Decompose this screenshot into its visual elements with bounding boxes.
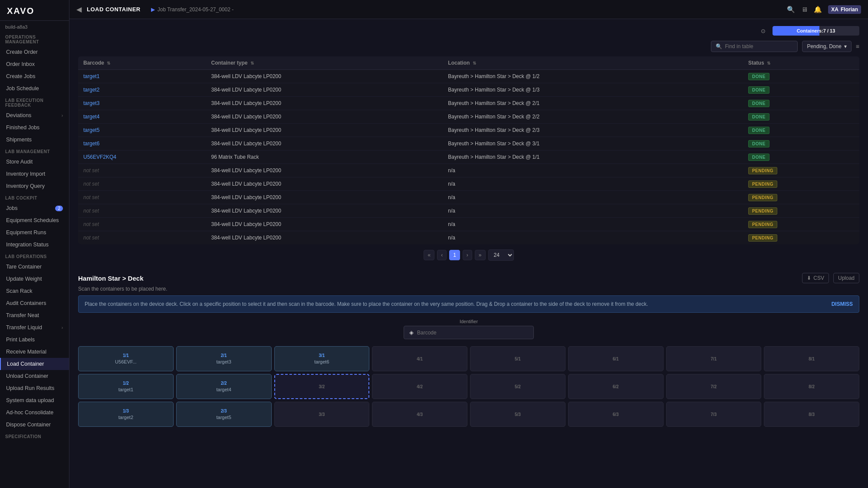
sort-status-icon[interactable]: ⇅ xyxy=(767,61,770,66)
deck-cell[interactable]: 7/2 xyxy=(666,374,762,399)
page-first-button[interactable]: « xyxy=(424,250,434,260)
deck-cell[interactable]: 5/1 xyxy=(470,346,566,371)
search-input[interactable] xyxy=(725,43,793,49)
deck-cell[interactable]: 1/2 target1 xyxy=(78,374,174,399)
sidebar-item-create-order[interactable]: Create Order xyxy=(0,46,69,58)
identifier-input[interactable] xyxy=(417,330,528,336)
sidebar-item-integration-status[interactable]: Integration Status xyxy=(0,239,69,251)
table-row[interactable]: not set 384-well LDV Labcyte LP0200 n/a … xyxy=(78,177,859,191)
barcode-link[interactable]: target3 xyxy=(83,100,99,106)
sidebar-item-job-schedule[interactable]: Job Schedule xyxy=(0,82,69,95)
sidebar-item-scan-rack[interactable]: Scan Rack xyxy=(0,285,69,297)
upload-button[interactable]: Upload xyxy=(833,273,859,283)
csv-button[interactable]: ⬇ CSV xyxy=(802,273,829,283)
deck-cell[interactable]: 3/1 target6 xyxy=(274,346,370,371)
sidebar-item-deviations[interactable]: Deviations› xyxy=(0,109,69,121)
table-row[interactable]: target3 384-well LDV Labcyte LP0200 Bayr… xyxy=(78,97,859,110)
collapse-icon[interactable]: ⊙ xyxy=(761,28,766,34)
page-size-select[interactable]: 24 50 100 xyxy=(488,249,514,261)
sidebar-item-inventory-query[interactable]: Inventory Query xyxy=(0,180,69,192)
sidebar-item-unload-container[interactable]: Unload Container xyxy=(0,370,69,382)
sidebar-item-load-container[interactable]: Load Container xyxy=(0,358,69,370)
back-button[interactable]: ◀ xyxy=(76,5,82,13)
table-row[interactable]: target6 384-well LDV Labcyte LP0200 Bayr… xyxy=(78,137,859,151)
user-avatar[interactable]: XA Florian xyxy=(828,5,861,14)
deck-cell[interactable]: 8/2 xyxy=(764,374,859,399)
sort-barcode-icon[interactable]: ⇅ xyxy=(107,61,110,66)
deck-cell[interactable]: 1/3 target2 xyxy=(78,402,174,427)
cell-barcode[interactable]: U56EVF2KQ4 xyxy=(78,151,206,164)
search-icon[interactable]: 🔍 xyxy=(787,6,795,13)
sidebar-item-system-data-upload[interactable]: System data upload xyxy=(0,394,69,406)
sidebar-item-upload-run-results[interactable]: Upload Run Results xyxy=(0,382,69,394)
deck-cell[interactable]: 2/3 target5 xyxy=(176,402,272,427)
bell-icon[interactable]: 🔔 xyxy=(814,6,822,13)
cell-barcode[interactable]: target1 xyxy=(78,70,206,83)
sidebar-item-store-audit[interactable]: Store Audit xyxy=(0,156,69,168)
status-filter-dropdown[interactable]: Pending, Done ▾ xyxy=(802,41,851,52)
sidebar-item-equipment-runs[interactable]: Equipment Runs xyxy=(0,226,69,239)
deck-cell[interactable]: 4/1 xyxy=(372,346,467,371)
table-row[interactable]: target1 384-well LDV Labcyte LP0200 Bayr… xyxy=(78,70,859,83)
sort-location-icon[interactable]: ⇅ xyxy=(473,61,476,66)
sidebar-item-order-inbox[interactable]: Order Inbox xyxy=(0,58,69,70)
sidebar-item-shipments[interactable]: Shipments xyxy=(0,134,69,146)
search-box[interactable]: 🔍 xyxy=(711,41,798,52)
sidebar-item-tare-container[interactable]: Tare Container xyxy=(0,261,69,273)
sidebar-item-finished-jobs[interactable]: Finished Jobs xyxy=(0,121,69,134)
deck-cell[interactable]: 5/2 xyxy=(470,374,566,399)
table-row[interactable]: not set 384-well LDV Labcyte LP0200 n/a … xyxy=(78,218,859,231)
deck-cell[interactable]: 7/3 xyxy=(666,402,762,427)
deck-cell[interactable]: 6/2 xyxy=(568,374,664,399)
sidebar-item-inventory-import[interactable]: Inventory Import xyxy=(0,168,69,180)
deck-cell[interactable]: 4/2 xyxy=(372,374,467,399)
deck-cell[interactable]: 3/2 xyxy=(274,374,370,399)
cell-barcode[interactable]: target5 xyxy=(78,124,206,137)
table-row[interactable]: target2 384-well LDV Labcyte LP0200 Bayr… xyxy=(78,83,859,97)
deck-cell[interactable]: 8/3 xyxy=(764,402,859,427)
cell-barcode[interactable]: target3 xyxy=(78,97,206,110)
deck-cell[interactable]: 7/1 xyxy=(666,346,762,371)
table-row[interactable]: not set 384-well LDV Labcyte LP0200 n/a … xyxy=(78,191,859,204)
table-row[interactable]: not set 384-well LDV Labcyte LP0200 n/a … xyxy=(78,164,859,177)
sort-container-icon[interactable]: ⇅ xyxy=(250,61,254,66)
sidebar-item-jobs[interactable]: Jobs2 xyxy=(0,202,69,214)
deck-cell[interactable]: 5/3 xyxy=(470,402,566,427)
deck-cell[interactable]: 8/1 xyxy=(764,346,859,371)
barcode-link[interactable]: U56EVF2KQ4 xyxy=(83,154,116,160)
page-1-button[interactable]: 1 xyxy=(449,250,460,260)
cell-barcode[interactable]: target2 xyxy=(78,83,206,97)
table-row[interactable]: not set 384-well LDV Labcyte LP0200 n/a … xyxy=(78,231,859,245)
dismiss-button[interactable]: DISMISS xyxy=(832,300,853,308)
sidebar-item-adhoc-consolidate[interactable]: Ad-hoc Consolidate xyxy=(0,406,69,419)
barcode-link[interactable]: target5 xyxy=(83,127,99,133)
job-label[interactable]: Job Transfer_2024-05-27_0002 - xyxy=(158,7,233,13)
table-row[interactable]: target4 384-well LDV Labcyte LP0200 Bayr… xyxy=(78,110,859,124)
table-row[interactable]: not set 384-well LDV Labcyte LP0200 n/a … xyxy=(78,204,859,218)
sidebar-item-create-jobs[interactable]: Create Jobs xyxy=(0,70,69,82)
monitor-icon[interactable]: 🖥 xyxy=(801,6,808,13)
cell-barcode[interactable]: target6 xyxy=(78,137,206,151)
sidebar-item-update-weight[interactable]: Update Weight xyxy=(0,273,69,285)
sidebar-item-transfer-neat[interactable]: Transfer Neat xyxy=(0,309,69,321)
barcode-link[interactable]: target1 xyxy=(83,73,99,79)
table-menu-icon[interactable]: ≡ xyxy=(856,43,859,50)
page-prev-button[interactable]: ‹ xyxy=(437,250,447,260)
deck-cell[interactable]: 3/3 xyxy=(274,402,370,427)
cell-barcode[interactable]: target4 xyxy=(78,110,206,124)
deck-cell[interactable]: 2/1 target3 xyxy=(176,346,272,371)
deck-cell[interactable]: 6/3 xyxy=(568,402,664,427)
sidebar-item-receive-material[interactable]: Receive Material xyxy=(0,346,69,358)
sidebar-item-audit-containers[interactable]: Audit Containers xyxy=(0,297,69,309)
deck-cell[interactable]: 2/2 target4 xyxy=(176,374,272,399)
page-last-button[interactable]: » xyxy=(475,250,486,260)
table-row[interactable]: target5 384-well LDV Labcyte LP0200 Bayr… xyxy=(78,124,859,137)
sidebar-item-dispose-container[interactable]: Dispose Container xyxy=(0,419,69,431)
page-next-button[interactable]: › xyxy=(463,250,472,260)
sidebar-item-equipment-schedules[interactable]: Equipment Schedules xyxy=(0,214,69,226)
table-row[interactable]: U56EVF2KQ4 96 Matrix Tube Rack Bayreuth … xyxy=(78,151,859,164)
sidebar-item-print-labels[interactable]: Print Labels xyxy=(0,334,69,346)
deck-cell[interactable]: 4/3 xyxy=(372,402,467,427)
sidebar-item-transfer-liquid[interactable]: Transfer Liquid› xyxy=(0,321,69,334)
deck-cell[interactable]: 6/1 xyxy=(568,346,664,371)
